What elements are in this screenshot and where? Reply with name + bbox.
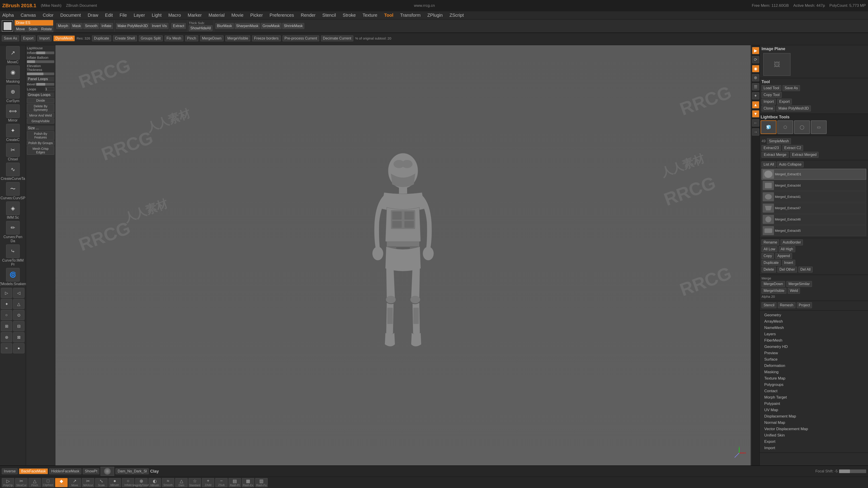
rename-btn[interactable]: Rename	[762, 239, 779, 246]
freeze-borders-btn[interactable]: Freeze borders	[252, 35, 281, 41]
show-pt-btn[interactable]: ShowPt	[83, 468, 99, 474]
invert-vis-btn[interactable]: Invert Vis	[150, 23, 168, 29]
auto-collapse-btn[interactable]: Auto Collapse	[777, 162, 804, 167]
far-right-icon-4[interactable]: ⊕	[752, 74, 759, 81]
morph-btn[interactable]: Morph	[56, 23, 70, 29]
geometry-hd-item[interactable]: Geometry HD	[762, 344, 866, 350]
make-polymesh-btn[interactable]: Make PolyMesh3D	[116, 23, 149, 29]
vector-displacement-map-item[interactable]: Vector Displacement Map	[762, 426, 866, 432]
menu-movie[interactable]: Movie	[231, 13, 243, 18]
scale-btn[interactable]: Scale	[27, 26, 39, 32]
viewport[interactable]: RRCG RRCG RRCG RRCG RRCG RRCG 人人素材 人人素材 …	[55, 45, 750, 465]
geometry-item[interactable]: Geometry	[762, 312, 866, 318]
pinch-btn[interactable]: Pinch	[185, 35, 198, 41]
dam-no-dark-btn[interactable]: Dam_No_Dark_Sl	[116, 468, 149, 474]
subtool-extract44[interactable]: Merged_Extract44	[762, 180, 866, 191]
menu-file[interactable]: File	[120, 13, 127, 18]
left-tool-cursym[interactable]: ⊕ CurSym	[1, 85, 25, 103]
far-right-icon-1[interactable]: ▶	[752, 47, 759, 54]
load-tool-btn[interactable]: Load Tool	[762, 85, 781, 91]
l3s-tool[interactable]: ⊙	[13, 310, 24, 320]
left-tool-mirror[interactable]: ⟺ Mirror	[1, 104, 25, 123]
selwy-tool[interactable]: ⊛	[1, 332, 12, 342]
rash-fu-tool[interactable]: ▥ Rash-Fu	[255, 478, 268, 487]
all-high-btn[interactable]: All High	[779, 246, 795, 252]
grow-mask-btn[interactable]: GrowMask	[261, 23, 281, 29]
menu-macro[interactable]: Macro	[168, 13, 181, 18]
lightbox-thumb-3[interactable]: ◯	[794, 121, 810, 134]
dynamesh-btn[interactable]: DynaMesh	[53, 35, 74, 41]
menu-zscript[interactable]: ZScript	[450, 13, 464, 18]
subtool-extract45[interactable]: Merged_Extract45	[762, 225, 866, 236]
decimate-current-btn[interactable]: Decimate Current	[321, 35, 353, 41]
deformation-item[interactable]: Deformation	[762, 363, 866, 369]
list-all-btn[interactable]: List All	[762, 162, 776, 167]
smooth-bottom-tool[interactable]: ≈ Smooth	[162, 478, 174, 487]
cliprect-tool[interactable]: ▷	[1, 288, 12, 298]
groups-split-btn[interactable]: Groups Split	[139, 35, 163, 41]
subtool-merged-d1[interactable]: Merged_ExtractD1	[762, 169, 866, 180]
merge-visible-tb-btn[interactable]: MergeVisible	[225, 35, 250, 41]
duplicate-rp-btn[interactable]: Duplicate	[762, 260, 781, 266]
simple-mesh-btn[interactable]: SimpleMesh	[767, 138, 791, 144]
polish-by-groups-btn[interactable]: Polish By Groups	[27, 140, 54, 145]
subtool-extract41[interactable]: Merged_Extract41	[762, 191, 866, 202]
weld-btn[interactable]: Weld	[788, 288, 800, 294]
image-plane-header[interactable]: Image Plane	[762, 46, 866, 51]
menu-render[interactable]: Render	[301, 13, 315, 18]
tool-header[interactable]: Tool	[762, 79, 866, 84]
sharpen-mask-btn[interactable]: SharpenMask	[235, 23, 260, 29]
rash-ex-tool[interactable]: ▦ Rash-Ex	[242, 478, 254, 487]
polypaint-item[interactable]: Polypaint	[762, 400, 866, 407]
import-btn[interactable]: Import	[37, 35, 52, 41]
far-right-icon-3[interactable]: ◉	[752, 65, 759, 72]
backtacemanual-btn[interactable]: BackFaceMask	[19, 468, 48, 474]
bolpig-tool[interactable]: ●	[13, 343, 24, 353]
smooth-tool[interactable]: ≈	[1, 343, 12, 353]
slicecur-tool[interactable]: ◁	[13, 288, 24, 298]
menu-draw[interactable]: Draw	[88, 13, 98, 18]
far-right-icon-7[interactable]: ▲	[752, 101, 759, 108]
masking-item[interactable]: Masking	[762, 369, 866, 375]
trim-tool[interactable]: ⊞	[1, 321, 12, 331]
fix-mesh-btn[interactable]: Fix Mesh	[164, 35, 183, 41]
smooth-btn[interactable]: Smooth	[84, 23, 99, 29]
duplicate-btn[interactable]: Duplicate	[92, 35, 111, 41]
menu-material[interactable]: Material	[209, 13, 225, 18]
menu-texture[interactable]: Texture	[363, 13, 377, 18]
mask-btn[interactable]: Mask	[71, 23, 83, 29]
remesh-btn[interactable]: Remesh	[778, 302, 796, 308]
lightbox-thumb-2[interactable]: ⬡	[777, 121, 793, 134]
far-right-icon-6[interactable]: ✦	[752, 92, 759, 99]
create-shell-btn[interactable]: Create Shell	[113, 35, 137, 41]
preview-item[interactable]: Preview	[762, 350, 866, 356]
save-as-rp-btn[interactable]: Save As	[782, 85, 800, 91]
divide-btn[interactable]: Divide	[27, 98, 54, 103]
extract23-btn[interactable]: Extract23	[762, 145, 781, 151]
delete-by-symmetry-btn[interactable]: Delete By Symmetry	[27, 104, 54, 112]
menu-light[interactable]: Light	[152, 13, 161, 18]
menu-edit[interactable]: Edit	[105, 13, 113, 18]
slicecirs-tool[interactable]: ○	[1, 310, 12, 320]
mirror-and-weld-btn[interactable]: Mirror And Weld	[27, 113, 54, 118]
trimcin-tool[interactable]: ⊠	[13, 332, 24, 342]
insert-btn[interactable]: Insert	[782, 260, 795, 266]
bbrush-tool[interactable]: ● bBrush	[108, 478, 121, 487]
focal-shift-slider[interactable]	[839, 469, 866, 473]
inverse-btn[interactable]: Inverse	[2, 468, 18, 474]
lightbox-header[interactable]: Lightbox Tools	[761, 115, 867, 120]
loops-input[interactable]	[45, 87, 54, 91]
panel-loops-header[interactable]: Panel Loops	[27, 76, 54, 82]
menu-stroke[interactable]: Stroke	[343, 13, 356, 18]
menu-tool[interactable]: Tool	[384, 13, 393, 18]
menu-preferences[interactable]: Preferences	[270, 13, 294, 18]
left-tool-curvecreate[interactable]: ∿ CreateCurveTa	[1, 163, 25, 181]
make-polymesh-rp-btn[interactable]: Make PolyMesh3D	[776, 105, 811, 111]
clipcan-tool[interactable]: △	[13, 299, 24, 309]
menu-picker[interactable]: Picker	[250, 13, 263, 18]
clay-tool[interactable]: ◆ Clay	[55, 478, 68, 487]
rotate-btn[interactable]: Rotate	[39, 26, 53, 32]
all-low-btn[interactable]: All Low	[762, 246, 777, 252]
left-tool-curveto[interactable]: ⤷ CurveTo:IMM Pr	[1, 245, 25, 267]
menu-transform[interactable]: Transform	[400, 13, 421, 18]
